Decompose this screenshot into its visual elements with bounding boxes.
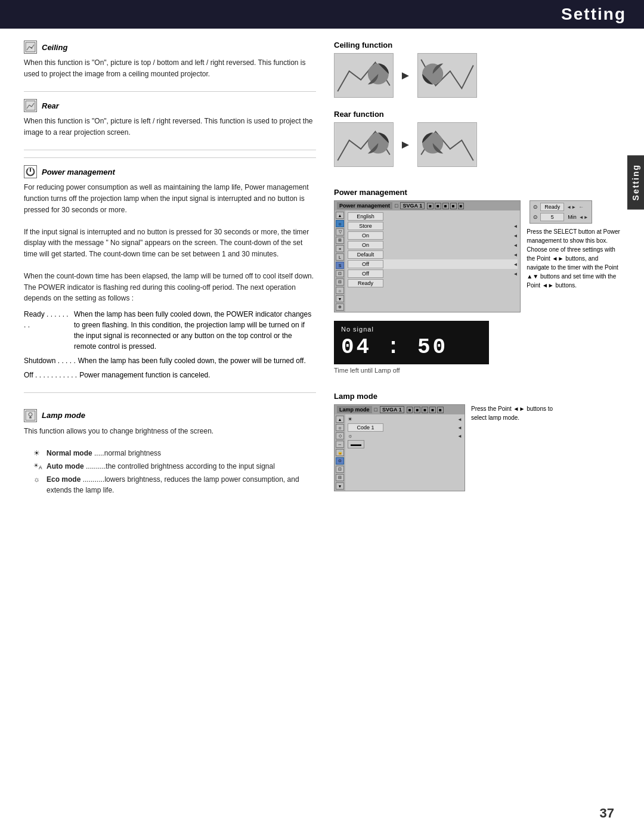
- sidebar-down: ▼: [336, 295, 344, 302]
- menu-row-off1: Off ◄: [348, 259, 518, 269]
- rear-function-images: ►: [334, 122, 620, 167]
- lamp-row-code: Code 1 ◄: [348, 423, 462, 432]
- ceiling-function-images: ►: [334, 53, 620, 98]
- menu-header-title: Power management: [337, 202, 392, 209]
- rear-title: Rear: [24, 99, 316, 112]
- off-mode: Off . . . . . . . . . . . Power manageme…: [24, 370, 316, 380]
- ceiling-flipped-image: [417, 53, 477, 98]
- lamp-auto-mode: ☀A Auto mode ..........the controlled br…: [33, 461, 316, 472]
- ceiling-icon: [24, 41, 37, 54]
- menu-row-ready: Ready: [348, 278, 518, 288]
- power-management-menu: Power management □ SVGA 1 ■ ■ ■ ■ ■ ▲: [334, 200, 521, 312]
- lamp-eco-mode: ☼ Eco mode ...........lowers brightness,…: [33, 474, 316, 496]
- pm-note: Press the SELECT button at Power managem…: [527, 227, 620, 290]
- menu-sidebar: ▲ ☺ ▽ ⊞ ≡ L S ⊡ ⊟ ☼ ▼ ⊕: [335, 210, 345, 312]
- lamp-mode-icon: [24, 409, 37, 422]
- lamp-auto-icon: ☀A: [33, 461, 43, 471]
- lamp-sidebar: ▲ ☺ ◇ ↔ 🔒 ⊙ ⊡ ⊟ ▼: [335, 414, 345, 491]
- power-management-right-title: Power management: [334, 188, 620, 197]
- ceiling-normal-image: [334, 53, 394, 98]
- rear-icon: [24, 99, 37, 112]
- rear-arrow: ►: [400, 138, 411, 151]
- lamp-item-3: ↔: [336, 441, 344, 448]
- lamp-mode-section: Lamp mode This function allows you to ch…: [24, 409, 316, 496]
- no-signal-label: No signal: [341, 326, 482, 333]
- lamp-row-normal: ☀ ◄: [348, 416, 462, 423]
- sidebar-item-4: ≡: [336, 245, 344, 252]
- sidebar-item-10: ⊕: [336, 304, 344, 311]
- lamp-item-1: ☺: [336, 424, 344, 431]
- lamp-item-2: ◇: [336, 432, 344, 439]
- lamp-normal-mode: ☀ Normal mode .....normal brightness: [33, 448, 316, 459]
- menu-row-english: English: [348, 212, 518, 221]
- lamp-item-active: ⊙: [336, 457, 344, 465]
- menu-row-on2: On ◄: [348, 240, 518, 250]
- ceiling-title: Ceiling: [24, 41, 316, 54]
- pm-timer-row: ⊙ 5 Min ◄►: [533, 213, 588, 221]
- lamp-mode-right-title: Lamp mode: [334, 392, 620, 401]
- pm-subbox: ⊙ Ready ◄► ← ⊙ 5 Min ◄►: [530, 200, 592, 224]
- lamp-row-bottom: ▬▬: [348, 439, 462, 449]
- lamp-menu-header: Lamp mode □ SVGA 1 ■ ■ ■ ■ ■: [335, 405, 465, 414]
- shutdown-mode: Shutdown . . . . . When the lamp has bee…: [24, 355, 316, 366]
- ceiling-function-title: Ceiling function: [334, 41, 620, 49]
- side-tab: Setting: [627, 155, 644, 209]
- ceiling-arrow: ►: [400, 69, 411, 82]
- lamp-mode-body: This function allows you to change brigh…: [24, 426, 316, 496]
- sidebar-item-5: L: [336, 253, 344, 261]
- lamp-sidebar-up: ▲: [336, 416, 344, 423]
- page-number: 37: [600, 806, 614, 821]
- timer-digits: 04 : 50: [341, 335, 482, 360]
- svg-rect-10: [26, 411, 35, 420]
- sidebar-item-8: ⊟: [336, 278, 344, 286]
- timer-display: No signal 04 : 50: [334, 321, 489, 364]
- menu-row-store: Store ◄: [348, 221, 518, 231]
- menu-row-default: Default ◄: [348, 250, 518, 259]
- rear-flipped-image: [417, 122, 477, 167]
- rear-normal-image: [334, 122, 394, 167]
- lamp-eco-icon: ☼: [33, 474, 43, 485]
- menu-content: English Store ◄ On ◄ On ◄: [345, 210, 520, 312]
- lamp-normal-icon: ☀: [33, 448, 43, 459]
- menu-row-on1: On ◄: [348, 231, 518, 240]
- menu-row-off2: Off ◄: [348, 269, 518, 278]
- lamp-mode-title: Lamp mode: [24, 409, 316, 422]
- menu-main: ▲ ☺ ▽ ⊞ ≡ L S ⊡ ⊟ ☼ ▼ ⊕: [335, 210, 520, 312]
- lamp-note: Press the Point ◄► buttons to select lam…: [471, 404, 566, 422]
- power-management-body: For reducing power consumption as well a…: [24, 182, 316, 304]
- sidebar-item-7: ⊡: [336, 270, 344, 277]
- lamp-menu-main: ▲ ☺ ◇ ↔ 🔒 ⊙ ⊡ ⊟ ▼ ☀ ◄: [335, 414, 465, 491]
- ceiling-section: Ceiling When this function is "On", pict…: [24, 41, 316, 79]
- power-management-section: Power management For reducing power cons…: [24, 165, 316, 380]
- lamp-menu-content: ☀ ◄ Code 1 ◄ ☼ ◄ ▬▬: [345, 414, 465, 491]
- page-header: Setting: [0, 0, 644, 29]
- lamp-down: ▼: [336, 482, 344, 490]
- mode-list: Ready . . . . . . . . When the lamp has …: [24, 309, 316, 380]
- lamp-menu-title: Lamp mode: [337, 406, 372, 413]
- sidebar-up: ▲: [336, 212, 344, 219]
- header-title: Setting: [561, 5, 626, 23]
- lamp-row-eco: ☼ ◄: [348, 432, 462, 439]
- menu-header: Power management □ SVGA 1 ■ ■ ■ ■ ■: [335, 201, 520, 210]
- ready-mode: Ready . . . . . . . . When the lamp has …: [24, 309, 316, 352]
- lamp-mode-menu: Lamp mode □ SVGA 1 ■ ■ ■ ■ ■ ▲ ☺: [334, 404, 465, 491]
- sidebar-item-6: S: [336, 262, 344, 269]
- power-management-title: Power management: [24, 165, 316, 178]
- ceiling-body: When this function is "On", picture is t…: [24, 57, 316, 79]
- lamp-item-6: ⊟: [336, 474, 344, 481]
- lamp-item-4: 🔒: [336, 449, 344, 456]
- rear-body: When this function is "On", picture is l…: [24, 116, 316, 138]
- sidebar-item-3: ⊞: [336, 237, 344, 244]
- rear-function-title: Rear function: [334, 110, 620, 119]
- pm-ready-row: ⊙ Ready ◄► ←: [533, 203, 588, 211]
- power-management-icon: [24, 165, 37, 178]
- timer-caption: Time left until Lamp off: [334, 367, 620, 374]
- sidebar-item-9: ☼: [336, 287, 344, 294]
- sidebar-item-2: ▽: [336, 228, 344, 236]
- sidebar-item-1: ☺: [336, 220, 344, 227]
- rear-section: Rear When this function is "On", picture…: [24, 99, 316, 138]
- lamp-item-5: ⊡: [336, 466, 344, 473]
